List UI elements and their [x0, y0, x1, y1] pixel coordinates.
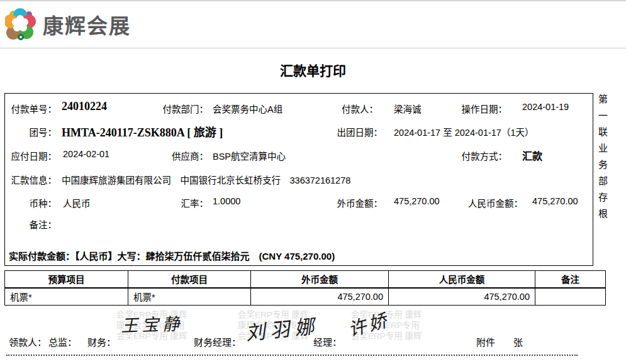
cell-payment-item: 机票*	[128, 288, 251, 306]
rate-label: 汇率：	[156, 196, 208, 209]
actual-amount-line: 实际付款金额：【人民币】大写：肆拾柒万伍仟贰佰柒拾元 (CNY 475,270.…	[9, 249, 335, 262]
signature-footer: 会奖ERP专用 康辉 康辉会奖ERP专用 会奖ERP专用 康辉 会奖ERP专用 …	[0, 306, 626, 364]
group-no-label: 团号：	[5, 125, 57, 138]
finance-manager-label: 财务经理：	[194, 335, 241, 348]
foreign-amount-value: 475,270.00	[394, 196, 440, 206]
currency-label: 币种：	[5, 196, 57, 209]
remittance-print-page: 康辉会展 汇款单打印 第一联业务部存根 付款单号： 24010224 付款部门：…	[0, 0, 626, 364]
due-date-value: 2024-02-01	[63, 149, 109, 159]
tour-date-label: 出团日期：	[331, 125, 383, 138]
rate-value: 1.0000	[213, 196, 240, 206]
finance-label: 财务：	[87, 335, 116, 348]
items-table: 预算项目 付款项目 外币金额 人民币金额 备注 机票* 机票* 475,270.…	[4, 270, 606, 306]
method-value: 汇款	[522, 148, 542, 163]
brand-bar: 康辉会展	[0, 0, 626, 48]
method-label: 付款方式：	[456, 149, 507, 162]
remittance-form-box: 付款单号： 24010224 付款部门： 会奖票务中心A组 付款人： 梁海诚 操…	[4, 93, 593, 266]
supplier-value: BSP航空清算中心	[213, 149, 286, 162]
cell-remark	[535, 288, 606, 306]
payment-no-label: 付款单号：	[5, 102, 57, 115]
op-date-value: 2024-01-19	[522, 102, 569, 112]
foreign-amount-label: 外币金额：	[331, 196, 383, 209]
group-no-value: HMTA-240117-ZSK880A [ 旅游 ]	[62, 123, 223, 140]
payer-label: 付款人：	[332, 102, 378, 115]
due-date-label: 应付日期：	[5, 149, 57, 162]
cell-budget-item: 机票*	[5, 288, 128, 306]
col-header-budget-item: 预算项目	[5, 271, 128, 288]
director-label: 总监：	[48, 335, 77, 348]
col-header-foreign-amount: 外币金额	[251, 271, 389, 288]
col-header-remark: 备注	[535, 271, 606, 288]
manager-label: 经理：	[313, 335, 342, 348]
page-title: 汇款单打印	[0, 60, 626, 79]
cell-foreign-amount: 475,270.00	[251, 288, 389, 306]
col-header-cny-amount: 人民币金额	[389, 271, 535, 288]
attachment-unit-label: 张	[513, 335, 523, 348]
table-row: 机票* 机票* 475,270.00 475,270.00	[5, 288, 606, 306]
attachment-label: 附件	[476, 335, 495, 348]
cell-cny-amount: 475,270.00	[389, 288, 535, 306]
remark-label: 备注：	[5, 218, 57, 231]
payer-value: 梁海诚	[394, 102, 422, 115]
brand-flower-logo-icon	[5, 8, 36, 41]
stub-copy-label: 第一联业务部存根	[596, 94, 609, 245]
tour-date-value: 2024-01-17 至 2024-01-17（1天）	[394, 125, 534, 138]
remit-info-value: 中国康辉旅游集团有限公司 中国银行北京长虹桥支行 336372161278	[62, 173, 350, 186]
col-header-payment-item: 付款项目	[128, 271, 251, 288]
remit-info-label: 汇款信息：	[5, 173, 57, 186]
items-table-header-row: 预算项目 付款项目 外币金额 人民币金额 备注	[5, 271, 606, 288]
department-value: 会奖票务中心A组	[213, 102, 282, 115]
department-label: 付款部门：	[150, 102, 208, 115]
supplier-label: 供应商：	[156, 149, 208, 162]
payee-label: 领款人：	[9, 335, 47, 348]
finance-signature: 王宝静	[120, 310, 183, 336]
brand-name: 康辉会展	[43, 9, 131, 40]
tear-line	[6, 355, 578, 356]
currency-value: 人民币	[63, 196, 91, 209]
payment-no-value: 24010224	[62, 100, 107, 113]
op-date-label: 操作日期：	[456, 102, 507, 115]
cny-amount-label: 人民币金额：	[445, 196, 523, 209]
cny-amount-value: 475,270.00	[532, 196, 578, 206]
